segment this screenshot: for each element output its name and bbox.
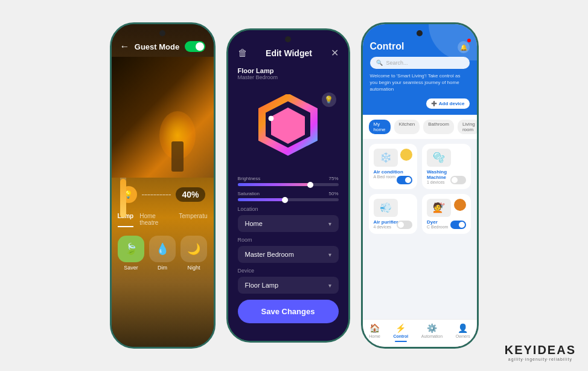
washing-machine-icon: 🫧 — [427, 149, 451, 167]
phone1-header: ← Guest Mode — [112, 24, 214, 57]
device-card-dyer: 💇 Dyer C Bedroom — [422, 194, 471, 234]
dyer-toggle[interactable] — [450, 221, 466, 229]
close-button[interactable]: ✕ — [331, 47, 339, 59]
color-picker-area[interactable]: 💡 — [228, 85, 348, 176]
brightness-row: 💡 40% — [112, 178, 214, 208]
saturation-control: Saturation 50% — [238, 191, 339, 201]
tab-home-theatre[interactable]: Home theatre — [139, 211, 173, 227]
saturation-value: 50% — [328, 191, 338, 196]
owners-nav-icon: 👤 — [458, 323, 468, 333]
search-icon: 🔍 — [376, 60, 383, 66]
brightness-label: Brightness — [238, 176, 261, 181]
plus-icon: ➕ — [431, 101, 437, 106]
hexagon-color[interactable] — [249, 91, 327, 170]
nav-owners[interactable]: 👤 Owners — [456, 323, 470, 342]
device-section-label: Device — [238, 268, 339, 274]
night-icon: 🌙 — [181, 236, 207, 262]
device-card-air-condition: ❄️ Air condition A Bed room — [369, 144, 418, 189]
control-nav-label: Control — [393, 334, 408, 338]
control-title: Control — [370, 41, 404, 51]
lamp-info: Floor Lamp Master Bedroom — [228, 65, 348, 85]
lamp-location: Master Bedroom — [238, 74, 339, 80]
saver-icon: 🍃 — [118, 236, 144, 262]
automation-nav-icon: ⚙️ — [427, 323, 437, 333]
room-section-label: Room — [238, 237, 339, 243]
control-nav-icon: ⚡ — [395, 323, 406, 333]
home-nav-label: Home — [369, 334, 380, 338]
nav-automation[interactable]: ⚙️ Automation — [421, 323, 443, 342]
saturation-label: Saturation — [238, 191, 260, 196]
lamp-name: Floor Lamp — [238, 67, 339, 74]
phone3-header: Control 🔔 🔍 Search... Welcome to 'Smart … — [363, 24, 477, 115]
svg-marker-1 — [271, 108, 305, 144]
tab-living-room[interactable]: Living room — [458, 120, 477, 134]
room-image — [112, 57, 214, 178]
dim-icon: 💧 — [149, 236, 176, 262]
tab-temperature[interactable]: Temperatu — [179, 211, 207, 227]
tab-my-home[interactable]: My home — [369, 120, 391, 134]
phone-1: ← Guest Mode 💡 40% Lamp Home theatre Tem… — [110, 22, 216, 349]
phone2-header: 🗑 Edit Widget ✕ — [228, 30, 348, 65]
guest-mode-toggle[interactable] — [185, 41, 205, 52]
brightness-track[interactable] — [238, 183, 339, 186]
save-changes-button[interactable]: Save Changes — [238, 300, 339, 323]
saturation-track[interactable] — [238, 198, 339, 201]
mode-night[interactable]: 🌙 Night — [181, 236, 207, 271]
phone-3: Control 🔔 🔍 Search... Welcome to 'Smart … — [361, 22, 479, 349]
washing-machine-toggle[interactable] — [450, 176, 466, 184]
night-label: Night — [187, 265, 200, 271]
device-card-air-purifier: 💨 Air purifier 4 devices — [369, 194, 418, 234]
mode-saver[interactable]: 🍃 Saver — [118, 236, 144, 271]
search-placeholder: Search... — [386, 60, 408, 66]
notification-bell[interactable]: 🔔 — [458, 41, 470, 53]
brand-logo: KEYIDEAS agility·ingenuity·reliability — [505, 343, 576, 361]
add-device-button[interactable]: ➕ Add device — [426, 98, 470, 109]
air-condition-toggle[interactable] — [397, 176, 412, 184]
device-value: Floor Lamp — [245, 282, 279, 289]
mode-dim[interactable]: 💧 Dim — [149, 236, 176, 271]
device-section: Device Floor Lamp ▾ — [228, 268, 348, 294]
brightness-control: Brightness 75% — [238, 176, 339, 186]
device-dropdown[interactable]: Floor Lamp ▾ — [238, 277, 339, 294]
nav-control[interactable]: ⚡ Control — [393, 323, 408, 342]
phone2-screen: 🗑 Edit Widget ✕ Floor Lamp Master Bedroo… — [228, 30, 348, 341]
air-condition-name: Air condition — [374, 169, 413, 175]
edit-widget-title: Edit Widget — [266, 48, 312, 58]
device-card-washing-machine: 🫧 Washing Machine 1 devices — [422, 144, 471, 189]
notification-dot — [467, 39, 471, 42]
chevron-down-icon-3: ▾ — [328, 282, 331, 289]
air-condition-icon: ❄️ — [374, 149, 398, 167]
chevron-down-icon: ▾ — [328, 221, 331, 227]
room-tabs: My home Kitchen Bathroom Living room — [363, 115, 477, 139]
dyer-icon: 💇 — [427, 199, 451, 217]
air-purifier-toggle[interactable] — [397, 221, 412, 229]
guest-mode-title: Guest Mode — [135, 42, 179, 51]
user-avatar-2 — [454, 199, 466, 211]
brightness-percent: 40% — [176, 187, 205, 202]
tab-bathroom[interactable]: Bathroom — [423, 120, 454, 134]
nav-home[interactable]: 🏠 Home — [369, 323, 380, 342]
automation-nav-label: Automation — [421, 334, 443, 338]
room-value: Master Bedroom — [245, 251, 294, 258]
mode-buttons: 🍃 Saver 💧 Dim 🌙 Night — [112, 231, 214, 276]
room-section: Room Master Bedroom ▾ — [228, 237, 348, 263]
phone1-screen: ← Guest Mode 💡 40% Lamp Home theatre Tem… — [112, 24, 214, 347]
room-dropdown[interactable]: Master Bedroom ▾ — [238, 246, 339, 263]
location-value: Home — [245, 220, 263, 227]
welcome-text: Welcome to 'Smart Living'! Take control … — [370, 73, 470, 93]
home-nav-icon: 🏠 — [369, 323, 380, 333]
tab-kitchen[interactable]: Kitchen — [394, 120, 420, 134]
slider-controls: Brightness 75% Saturation 50% — [228, 176, 348, 201]
phone3-screen: Control 🔔 🔍 Search... Welcome to 'Smart … — [363, 24, 477, 347]
devices-grid: ❄️ Air condition A Bed room 🫧 Washing Ma… — [363, 139, 477, 239]
back-button[interactable]: ← — [120, 41, 130, 52]
brightness-value: 75% — [328, 176, 338, 181]
delete-button[interactable]: 🗑 — [238, 48, 248, 59]
bottom-navigation: 🏠 Home ⚡ Control ⚙️ Automation 👤 Owners — [363, 319, 477, 347]
location-dropdown[interactable]: Home ▾ — [238, 215, 339, 232]
location-section: Location Home ▾ — [228, 206, 348, 232]
svg-point-2 — [269, 116, 273, 121]
location-section-label: Location — [238, 206, 339, 212]
add-device-label: Add device — [439, 101, 465, 106]
brightness-label-row: Brightness 75% — [238, 176, 339, 181]
